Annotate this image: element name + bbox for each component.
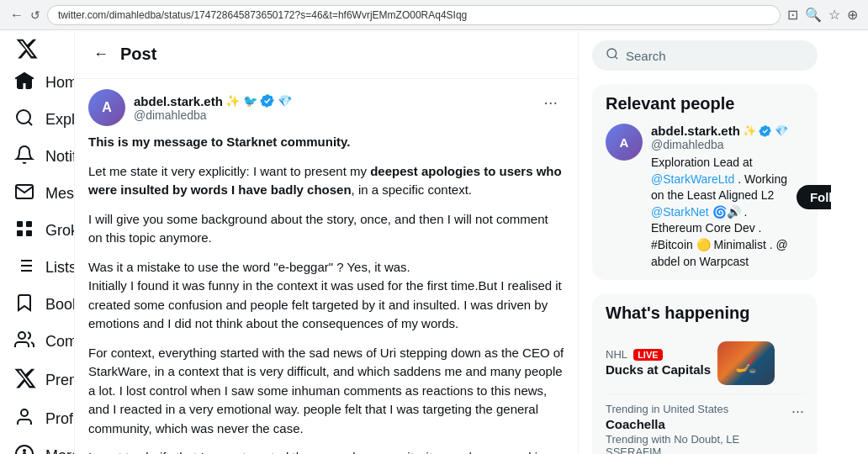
sidebar-item-profile-label: Profile <box>45 410 74 428</box>
premium-icon <box>13 367 35 393</box>
search-input[interactable] <box>626 49 804 63</box>
sidebar-item-explore[interactable]: Explore <box>3 101 71 138</box>
communities-icon <box>13 330 35 353</box>
svg-point-12 <box>19 332 25 339</box>
sidebar-item-home[interactable]: Home <box>3 64 71 101</box>
search-box[interactable] <box>592 40 818 71</box>
sidebar-item-bookmarks[interactable]: Bookmarks <box>3 286 71 323</box>
sidebar-item-premium[interactable]: Premium <box>3 360 71 400</box>
happening-item-content: NHL LIVE Ducks at Capitals 🏒 <box>606 341 775 385</box>
sidebar-item-grok-label: Grok <box>45 222 74 240</box>
sidebar-item-grok[interactable]: Grok <box>3 212 71 249</box>
sidebar-item-explore-label: Explore <box>45 111 74 129</box>
sidebar-item-profile[interactable]: Profile <box>3 400 71 437</box>
happening-sub-coachella: Trending with No Doubt, LE SSERAFIM <box>606 433 791 454</box>
sidebar-item-home-label: Home <box>45 74 74 92</box>
sidebar-item-lists-label: Lists <box>45 259 74 277</box>
home-icon <box>13 71 35 94</box>
happening-more-coachella[interactable]: ··· <box>791 403 804 420</box>
tweet-para-3: I will give you some background about th… <box>88 210 564 248</box>
sidebar-item-communities-label: Communities <box>45 333 74 351</box>
tweet-more-button[interactable]: ··· <box>537 89 564 115</box>
sidebar-item-notifications[interactable]: Notifications <box>3 138 71 175</box>
sidebar: Home Explore Notifications Messages Grok <box>0 30 74 454</box>
twitter-logo[interactable] <box>7 37 47 61</box>
search-icon <box>606 47 619 64</box>
rel-person-handle: @dimahledba <box>651 138 788 151</box>
sport-image: 🏒 <box>717 341 775 385</box>
sidebar-item-notifications-label: Notifications <box>45 148 74 166</box>
rel-person-avatar[interactable]: A <box>606 124 643 161</box>
url-input[interactable] <box>47 5 781 25</box>
sidebar-item-more[interactable]: More <box>3 437 71 454</box>
refresh-button[interactable]: ↺ <box>30 8 40 22</box>
search-browser-icon[interactable]: 🔍 <box>805 7 822 23</box>
tweet-para-2: Let me state it very explicitly: I want … <box>88 162 564 200</box>
tweet-display-name: abdel.stark.eth ✨ 🐦 💎 <box>134 93 292 108</box>
svg-rect-3 <box>26 221 32 227</box>
relevant-people-title: Relevant people <box>606 94 804 114</box>
explore-icon <box>13 108 35 131</box>
messages-icon <box>13 182 35 205</box>
svg-rect-4 <box>17 230 23 236</box>
sidebar-item-lists[interactable]: Lists <box>3 249 71 286</box>
back-arrow-button[interactable]: ← <box>88 40 114 68</box>
tweet-container: A abdel.stark.eth ✨ 🐦 💎 @dimahledba ··· … <box>75 79 578 454</box>
sidebar-item-more-label: More <box>45 447 74 455</box>
sidebar-item-premium-label: Premium <box>45 372 74 389</box>
svg-line-1 <box>29 122 32 125</box>
happening-meta-coachella: Trending in United States <box>606 403 791 415</box>
svg-point-18 <box>607 49 617 58</box>
extensions-icon[interactable]: ⊕ <box>847 7 858 23</box>
rel-person-info: abdel.stark.eth ✨ 💎 @dimahledba Explorat… <box>651 124 788 270</box>
follow-button[interactable]: Follow <box>797 185 831 209</box>
tweet-avatar[interactable]: A <box>88 89 125 126</box>
url-bar: ← ↺ ⊡ 🔍 ☆ ⊕ <box>0 0 868 30</box>
svg-line-19 <box>615 56 617 59</box>
tweet-user-info: A abdel.stark.eth ✨ 🐦 💎 @dimahledba <box>88 89 292 126</box>
bookmark-star-icon[interactable]: ☆ <box>828 7 840 23</box>
tweet-para-1: This is my message to Starknet community… <box>88 133 564 152</box>
tweet-para-5: For context, everything started with the… <box>88 344 564 439</box>
lists-icon <box>13 256 35 279</box>
tweet-name-row: abdel.stark.eth ✨ 🐦 💎 @dimahledba <box>134 93 292 122</box>
rel-person-badges: ✨ <box>743 124 756 137</box>
rel-person-name: abdel.stark.eth ✨ 💎 <box>651 124 788 138</box>
whats-happening-widget: What's happening NHL LIVE Ducks at Capit… <box>592 293 818 454</box>
svg-rect-2 <box>17 221 23 227</box>
happening-item-ducks[interactable]: NHL LIVE Ducks at Capitals 🏒 <box>606 333 804 394</box>
sidebar-item-messages-label: Messages <box>45 185 74 203</box>
notifications-icon <box>13 145 35 168</box>
browser-toolbar-icons: ⊡ 🔍 ☆ ⊕ <box>787 7 858 23</box>
cast-icon[interactable]: ⊡ <box>787 7 798 23</box>
svg-point-0 <box>17 110 30 124</box>
post-page-title: Post <box>120 45 156 64</box>
svg-rect-5 <box>26 230 32 236</box>
relevant-people-widget: Relevant people A abdel.stark.eth ✨ 💎 @d… <box>592 84 818 280</box>
happening-item-coachella[interactable]: Trending in United States Coachella Tren… <box>606 394 804 454</box>
grok-icon <box>13 219 35 242</box>
tweet-badges: ✨ 🐦 <box>225 94 257 108</box>
sidebar-item-bookmarks-label: Bookmarks <box>45 296 74 314</box>
profile-icon <box>13 407 35 430</box>
svg-point-15 <box>24 450 25 451</box>
sidebar-item-messages[interactable]: Messages <box>3 175 71 212</box>
tweet-para-6: I want to clarify that I never targeted … <box>88 448 564 454</box>
sidebar-item-communities[interactable]: Communities <box>3 323 71 360</box>
main-layout: Home Explore Notifications Messages Grok <box>0 30 868 454</box>
live-badge: LIVE <box>633 349 662 361</box>
post-header: ← Post <box>75 30 578 79</box>
tweet-diamond-badge: 💎 <box>278 94 292 108</box>
rel-person-bio: Exploration Lead at @StarkWareLtd . Work… <box>651 155 788 270</box>
relevant-person: A abdel.stark.eth ✨ 💎 @dimahledba Explor… <box>606 124 804 270</box>
right-sidebar: Relevant people A abdel.stark.eth ✨ 💎 @d… <box>579 30 831 454</box>
whats-happening-title: What's happening <box>606 304 804 323</box>
happening-item-text: NHL LIVE Ducks at Capitals <box>606 348 711 379</box>
bookmarks-icon <box>13 293 35 316</box>
tweet-handle: @dimahledba <box>134 108 292 122</box>
more-icon <box>13 444 35 454</box>
back-button[interactable]: ← <box>10 8 24 23</box>
tweet-body: This is my message to Starknet community… <box>88 133 564 454</box>
happening-title-ducks: Ducks at Capitals <box>606 362 711 377</box>
tweet-user-row: A abdel.stark.eth ✨ 🐦 💎 @dimahledba ··· <box>88 89 564 126</box>
